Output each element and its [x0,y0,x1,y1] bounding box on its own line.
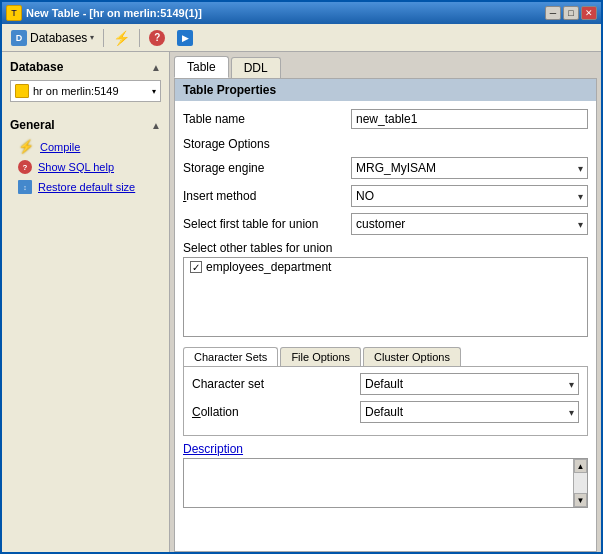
sidebar-item-compile[interactable]: ⚡ Compile [2,136,169,157]
scroll-down-button[interactable]: ▼ [574,493,587,507]
charset-row: Character set Default ▾ [192,373,579,395]
storage-engine-select[interactable]: MRG_MyISAM ▾ [351,157,588,179]
sql-help-icon: ? [18,160,32,174]
storage-engine-value: MRG_MyISAM [356,161,436,175]
general-section: General ▲ ⚡ Compile ? Show SQL help ↕ Re… [2,114,169,197]
maximize-button[interactable]: □ [563,6,579,20]
help-icon: ? [149,30,165,46]
description-area[interactable]: ▲ ▼ [183,458,588,508]
tab-ddl[interactable]: DDL [231,57,281,78]
window-title: New Table - [hr on merlin:5149(1)] [26,7,541,19]
window-controls: ─ □ ✕ [545,6,597,20]
db-dropdown-arrow: ▾ [152,87,156,96]
collation-row: Collation Default ▾ [192,401,579,423]
charset-value: Default [365,377,403,391]
insert-method-row: Insert method NO ▾ [183,185,588,207]
table-name-input[interactable] [351,109,588,129]
insert-method-select[interactable]: NO ▾ [351,185,588,207]
union-table-list[interactable]: ✓ employees_department [183,257,588,337]
tab-table[interactable]: Table [174,56,229,78]
first-table-row: Select first table for union customer ▾ [183,213,588,235]
database-section-label: Database [10,60,63,74]
first-table-select[interactable]: customer ▾ [351,213,588,235]
toolbar-separator-1 [103,29,104,47]
bottom-tab-content: Character set Default ▾ Collation [183,366,588,436]
general-section-header: General ▲ [2,114,169,136]
close-button[interactable]: ✕ [581,6,597,20]
nav-button[interactable]: ▶ [172,27,198,49]
storage-engine-arrow: ▾ [578,163,583,174]
panel-header: Table Properties [175,79,596,101]
db-name: hr on merlin:5149 [33,85,148,97]
sql-help-label: Show SQL help [38,161,114,173]
title-bar: T New Table - [hr on merlin:5149(1)] ─ □… [2,2,601,24]
help-button[interactable]: ? [144,27,170,49]
lightning-button[interactable]: ⚡ [108,27,135,49]
databases-chevron: ▾ [90,33,94,42]
sidebar: Database ▲ hr on merlin:5149 ▾ General ▲… [2,52,170,552]
first-table-arrow: ▾ [578,219,583,230]
restore-size-icon: ↕ [18,180,32,194]
tab-character-sets[interactable]: Character Sets [183,347,278,366]
general-section-label: General [10,118,55,132]
first-table-label: Select first table for union [183,217,343,231]
union-item-label: employees_department [206,260,331,274]
tab-file-options[interactable]: File Options [280,347,361,366]
databases-button[interactable]: D Databases ▾ [6,27,99,49]
scroll-up-button[interactable]: ▲ [574,459,587,473]
other-tables-section: Select other tables for union ✓ employee… [183,241,588,337]
database-section-chevron: ▲ [151,62,161,73]
form-area: Table name Storage Options Storage engin… [175,101,596,551]
scroll-track [574,473,587,493]
storage-options-row: Storage Options [183,135,588,151]
storage-engine-row: Storage engine MRG_MyISAM ▾ [183,157,588,179]
description-scrollbar[interactable]: ▲ ▼ [573,459,587,507]
charset-label: Character set [192,377,352,391]
collation-arrow: ▾ [569,407,574,418]
storage-engine-label: Storage engine [183,161,343,175]
compile-icon: ⚡ [18,139,34,154]
description-label: Description [183,440,243,458]
collation-value: Default [365,405,403,419]
bottom-tabs-row: Character Sets File Options Cluster Opti… [183,347,588,366]
database-section-header: Database ▲ [2,56,169,78]
insert-method-arrow: ▾ [578,191,583,202]
minimize-button[interactable]: ─ [545,6,561,20]
main-layout: Database ▲ hr on merlin:5149 ▾ General ▲… [2,52,601,552]
db-icon [15,84,29,98]
table-name-row: Table name [183,109,588,129]
sidebar-item-restore-size[interactable]: ↕ Restore default size [2,177,169,197]
restore-size-label: Restore default size [38,181,135,193]
compile-label: Compile [40,141,80,153]
charset-arrow: ▾ [569,379,574,390]
first-table-value: customer [356,217,405,231]
main-window: T New Table - [hr on merlin:5149(1)] ─ □… [0,0,603,554]
databases-label: Databases [30,31,87,45]
union-item-checkbox[interactable]: ✓ [190,261,202,273]
bottom-tabs-area: Character Sets File Options Cluster Opti… [183,347,588,436]
storage-options-label: Storage Options [183,137,270,151]
toolbar-separator-2 [139,29,140,47]
insert-method-value: NO [356,189,374,203]
databases-icon: D [11,30,27,46]
app-icon: T [6,5,22,21]
description-section: Description ▲ ▼ [183,442,588,508]
tab-cluster-options[interactable]: Cluster Options [363,347,461,366]
charset-select[interactable]: Default ▾ [360,373,579,395]
lightning-icon: ⚡ [113,30,130,46]
collation-label: Collation [192,405,352,419]
db-selector[interactable]: hr on merlin:5149 ▾ [10,80,161,102]
content-area: Table DDL Table Properties Table name St… [170,52,601,552]
insert-method-label: Insert method [183,189,343,203]
collation-select[interactable]: Default ▾ [360,401,579,423]
properties-panel: Table Properties Table name Storage Opti… [174,78,597,552]
sidebar-item-sql-help[interactable]: ? Show SQL help [2,157,169,177]
main-tabs-row: Table DDL [170,52,601,78]
toolbar: D Databases ▾ ⚡ ? ▶ [2,24,601,52]
table-name-label: Table name [183,112,343,126]
general-section-chevron: ▲ [151,120,161,131]
nav-icon: ▶ [177,30,193,46]
list-item: ✓ employees_department [184,258,587,276]
other-tables-label: Select other tables for union [183,241,332,255]
